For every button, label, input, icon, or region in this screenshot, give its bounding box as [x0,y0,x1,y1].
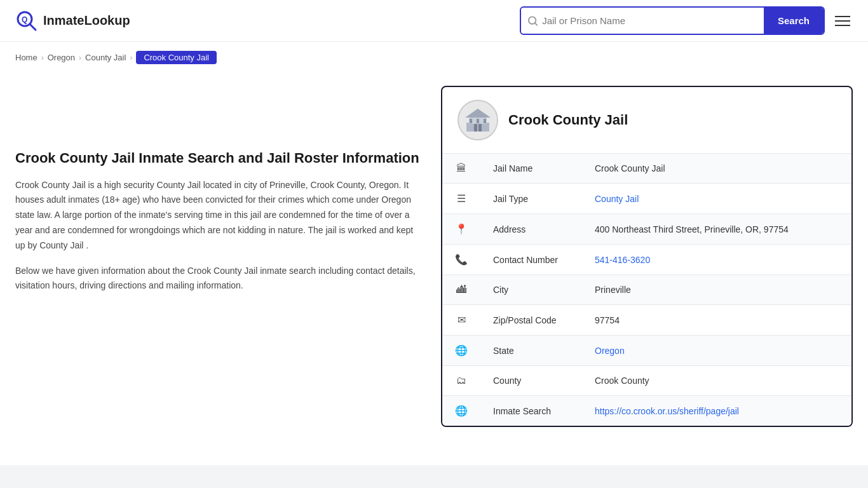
state-value: Oregon [582,336,851,366]
main-content: Crook County Jail Inmate Search and Jail… [0,73,868,452]
menu-line-2 [835,20,850,22]
table-row-contact: 📞 Contact Number 541-416-3620 [442,245,851,275]
table-row-city: 🏙 City Prineville [442,275,851,305]
state-icon: 🌐 [455,345,468,356]
header: Q InmateLookup Search [0,0,868,42]
card-header: Crook County Jail [442,87,851,154]
contact-label: Contact Number [480,245,582,275]
svg-rect-12 [477,119,479,123]
phone-icon: 📞 [455,254,468,265]
left-column: Crook County Jail Inmate Search and Jail… [15,86,422,427]
info-card: Crook County Jail 🏛 Jail Name Crook Coun… [441,86,853,427]
contact-link[interactable]: 541-416-3620 [595,255,650,265]
zip-value: 97754 [582,305,851,336]
logo-icon: Q [15,10,38,32]
jail-name-value: Crook County Jail [582,154,851,184]
table-row-address: 📍 Address 400 Northeast Third Street, Pr… [442,214,851,245]
address-label: Address [480,214,582,245]
page-description-2: Below we have given information about th… [15,264,422,294]
jail-type-value: County Jail [582,184,851,214]
svg-line-1 [30,24,36,30]
logo-text: InmateLookup [43,13,130,28]
header-right: Search [520,6,853,35]
city-icon: 🏙 [456,284,466,295]
table-row-state: 🌐 State Oregon [442,336,851,366]
search-button[interactable]: Search [764,8,824,34]
contact-value: 541-416-3620 [582,245,851,275]
svg-rect-10 [470,119,472,123]
breadcrumb-sep-3: › [130,53,132,62]
table-row-jail-type: ☰ Jail Type County Jail [442,184,851,214]
county-label: County [480,366,582,396]
jail-name-icon: 🏛 [456,163,466,173]
footer-bar [0,465,868,488]
jail-name-label: Jail Name [480,154,582,184]
state-link[interactable]: Oregon [595,346,625,356]
city-label: City [480,275,582,305]
inmate-search-value: https://co.crook.or.us/sheriff/page/jail [582,396,851,426]
zip-icon: ✉ [458,315,466,325]
search-bar: Search [520,6,825,35]
logo[interactable]: Q InmateLookup [15,10,130,32]
address-value: 400 Northeast Third Street, Prineville, … [582,214,851,245]
breadcrumb-sep-1: › [41,53,44,62]
svg-marker-7 [465,109,491,118]
svg-rect-9 [478,124,482,132]
info-table: 🏛 Jail Name Crook County Jail ☰ Jail Typ… [442,154,851,426]
breadcrumb-category[interactable]: County Jail [85,53,126,62]
menu-line-3 [835,25,850,26]
zip-label: Zip/Postal Code [480,305,582,336]
page-description-1: Crook County Jail is a high security Cou… [15,178,422,254]
table-row-county: 🗂 County Crook County [442,366,851,396]
svg-text:Q: Q [22,15,27,24]
table-row-zip: ✉ Zip/Postal Code 97754 [442,305,851,336]
jail-type-label: Jail Type [480,184,582,214]
state-label: State [480,336,582,366]
table-row-jail-name: 🏛 Jail Name Crook County Jail [442,154,851,184]
jail-type-icon: ☰ [457,193,466,204]
breadcrumb-sep-2: › [79,53,81,62]
county-icon: 🗂 [456,375,466,386]
search-input[interactable] [538,9,757,32]
breadcrumb-current: Crook County Jail [136,51,217,64]
table-row-inmate-search: 🌐 Inmate Search https://co.crook.or.us/s… [442,396,851,426]
svg-rect-8 [474,124,477,132]
courthouse-icon [463,105,493,135]
breadcrumb-state[interactable]: Oregon [48,53,75,62]
svg-rect-11 [484,119,486,123]
card-jail-title: Crook County Jail [508,112,628,128]
breadcrumb-home[interactable]: Home [15,53,37,62]
address-icon: 📍 [455,224,468,234]
inmate-search-label: Inmate Search [480,396,582,426]
page-title: Crook County Jail Inmate Search and Jail… [15,149,422,168]
svg-rect-5 [466,123,489,132]
county-value: Crook County [582,366,851,396]
globe-icon: 🌐 [455,405,468,416]
jail-avatar [458,100,498,140]
breadcrumb: Home › Oregon › County Jail › Crook Coun… [0,42,868,73]
search-bar-inner [521,9,764,32]
jail-type-link[interactable]: County Jail [595,194,639,204]
search-icon [527,15,538,27]
city-value: Prineville [582,275,851,305]
inmate-search-link[interactable]: https://co.crook.or.us/sheriff/page/jail [595,406,739,416]
svg-line-4 [535,23,537,25]
menu-line-1 [835,16,850,17]
hamburger-menu-button[interactable] [832,13,853,29]
